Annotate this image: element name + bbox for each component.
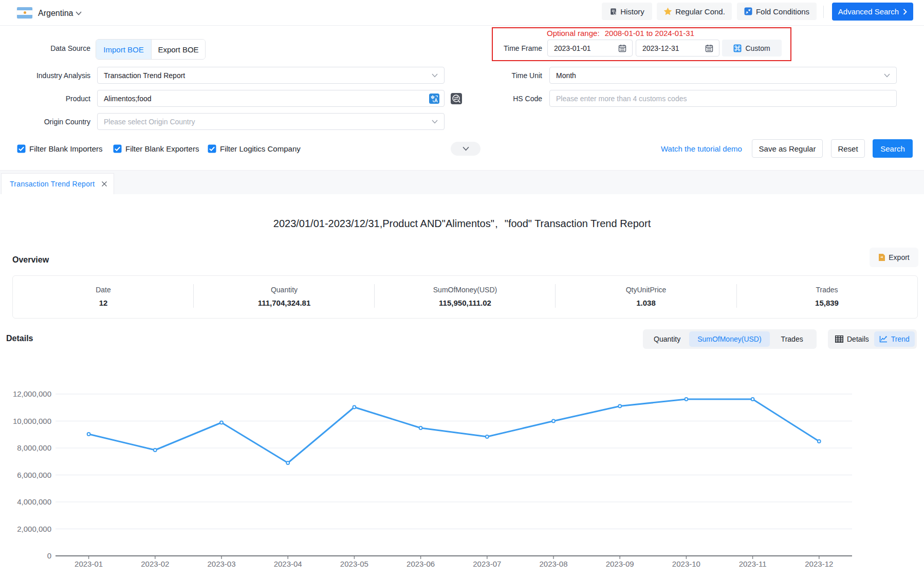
svg-text:2023-04: 2023-04 (274, 559, 302, 568)
svg-text:2023-11: 2023-11 (739, 559, 767, 568)
svg-text:2023-03: 2023-03 (207, 559, 235, 568)
svg-text:6,000,000: 6,000,000 (17, 471, 51, 479)
svg-text:2023-10: 2023-10 (672, 559, 700, 568)
svg-text:10,000,000: 10,000,000 (13, 417, 51, 425)
svg-text:2023-09: 2023-09 (606, 559, 634, 568)
svg-text:2023-06: 2023-06 (406, 559, 435, 568)
svg-text:2023-05: 2023-05 (340, 559, 368, 568)
svg-text:2023-07: 2023-07 (473, 559, 501, 568)
svg-text:2023-08: 2023-08 (539, 559, 567, 568)
svg-text:2023-01: 2023-01 (75, 559, 103, 568)
svg-text:12,000,000: 12,000,000 (13, 389, 51, 398)
svg-text:2023-02: 2023-02 (141, 559, 169, 568)
svg-text:2023-12: 2023-12 (805, 559, 833, 568)
svg-text:2,000,000: 2,000,000 (17, 525, 51, 533)
svg-text:8,000,000: 8,000,000 (17, 443, 51, 452)
svg-text:4,000,000: 4,000,000 (17, 497, 51, 506)
svg-text:0: 0 (47, 551, 51, 560)
